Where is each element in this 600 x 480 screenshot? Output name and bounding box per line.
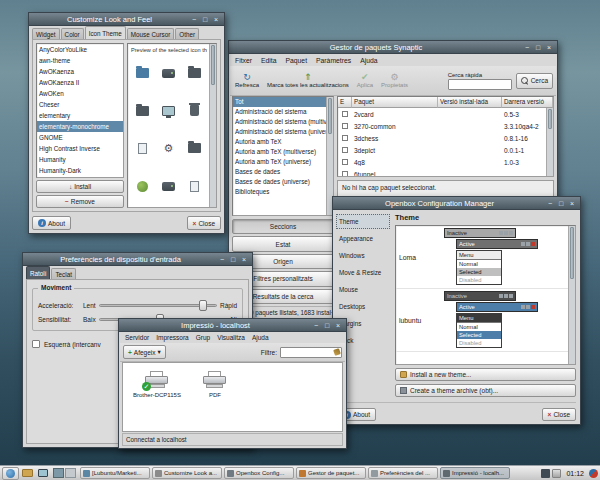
task-button[interactable]: Customize Look a... [152, 467, 222, 479]
printer-item[interactable]: ✓ Brother-DCP115S [133, 371, 181, 399]
minimize-button[interactable]: − [545, 198, 555, 208]
input-prefs-titlebar[interactable]: Preferències del dispositiu d'entrada − … [23, 253, 252, 266]
section-theme[interactable]: Theme [336, 214, 390, 229]
icon-theme-item[interactable]: awn-theme [37, 55, 123, 66]
scrollbar-thumb[interactable] [548, 109, 552, 129]
scrollbar-thumb[interactable] [570, 227, 574, 279]
icon-theme-item[interactable]: AnyColorYouLike [37, 44, 123, 55]
close-button[interactable]: × [567, 198, 577, 208]
category-item[interactable]: Administració del sistema [233, 107, 333, 117]
menu-ajuda[interactable]: Ajuda [360, 57, 377, 64]
file-manager-launcher[interactable] [21, 467, 34, 480]
quick-search-input[interactable] [448, 79, 512, 90]
package-row[interactable]: 6tunnel [338, 168, 553, 177]
column-e[interactable]: E [338, 97, 352, 108]
tray-keyboard-icon[interactable] [541, 469, 550, 478]
preview-scrollbar[interactable] [209, 44, 216, 207]
icon-theme-item[interactable]: AwOKaenza [37, 66, 123, 77]
icon-theme-item[interactable]: Cheser [37, 99, 123, 110]
package-table-scrollbar[interactable] [546, 108, 553, 176]
theme-row[interactable]: Loma Inactive Active Menu Normal [396, 226, 575, 289]
task-button[interactable]: [Lubuntu/Marketi... [80, 467, 150, 479]
category-item[interactable]: Autoria amb TeX (universe) [233, 157, 333, 167]
theme-list-scrollbar[interactable] [568, 226, 575, 364]
category-item[interactable]: Biblioteques [233, 187, 333, 197]
section-windows[interactable]: Windows [336, 248, 390, 263]
remove-theme-button[interactable]: − Remove [36, 195, 124, 208]
menu-ajuda[interactable]: Ajuda [252, 334, 269, 341]
icon-theme-item[interactable]: AwOKen [37, 88, 123, 99]
package-row[interactable]: 3depict 0.0.1-1 [338, 144, 553, 156]
minimize-button[interactable]: − [217, 254, 227, 264]
obconf-titlebar[interactable]: Openbox Configuration Manager − □ × [333, 197, 580, 210]
column-versio-installada[interactable]: Versió instal·lada [438, 97, 502, 108]
tab-color[interactable]: Color [61, 28, 84, 39]
icon-theme-item[interactable]: Humanity [37, 154, 123, 165]
task-button[interactable]: Preferències del ... [368, 467, 438, 479]
lxappearance-titlebar[interactable]: Customize Look and Feel − □ × [29, 13, 224, 26]
menu-servidor[interactable]: Servidor [125, 334, 149, 341]
tab-widget[interactable]: Widget [32, 28, 60, 39]
maximize-button[interactable]: □ [556, 198, 566, 208]
icon-theme-item[interactable]: elementary [37, 110, 123, 121]
search-button[interactable]: Cerca [516, 73, 553, 89]
maximize-button[interactable]: □ [200, 14, 210, 24]
category-item[interactable]: Administració del sistema (universe) [233, 127, 333, 137]
apply-button[interactable]: ✔ Aplica [355, 71, 375, 90]
package-checkbox[interactable] [342, 159, 348, 165]
maximize-button[interactable]: □ [228, 254, 238, 264]
section-move-resize[interactable]: Move & Resize [336, 265, 390, 280]
icon-theme-item[interactable]: GNOME [37, 132, 123, 143]
about-button[interactable]: i About [32, 216, 71, 230]
menu-parametres[interactable]: Paràmetres [316, 57, 351, 64]
task-button[interactable]: Openbox Config... [224, 467, 294, 479]
scrollbar-thumb[interactable] [211, 45, 215, 85]
menu-paquet[interactable]: Paquet [286, 57, 308, 64]
package-checkbox[interactable] [342, 123, 348, 129]
tab-mouse-cursor[interactable]: Mouse Cursor [127, 28, 175, 39]
acceleration-slider[interactable] [99, 299, 217, 311]
package-row[interactable]: 2vcard 0.5-3 [338, 108, 553, 120]
desktop-2[interactable] [65, 468, 76, 478]
category-item[interactable]: Tot [233, 97, 333, 107]
clock[interactable]: 01:12 [563, 470, 587, 477]
properties-button[interactable]: ⚙ Propietats [379, 71, 410, 90]
package-row[interactable]: 4g8 1.0-3 [338, 156, 553, 168]
category-item[interactable]: Bases de dades [233, 167, 333, 177]
package-checkbox[interactable] [342, 135, 348, 141]
close-window-button[interactable]: × Close [187, 216, 221, 230]
logout-icon[interactable] [589, 469, 598, 478]
close-button[interactable]: × [544, 42, 554, 52]
menu-visualitza[interactable]: Visualitza [217, 334, 245, 341]
icon-theme-item[interactable]: High Contrast Inverse [37, 143, 123, 154]
printing-titlebar[interactable]: Impressió - localhost − □ × [119, 319, 346, 332]
icon-theme-item-selected[interactable]: elementary-monochrome [37, 121, 123, 132]
menu-impressora[interactable]: Impressora [156, 334, 189, 341]
package-checkbox[interactable] [342, 111, 348, 117]
show-desktop-button[interactable] [36, 467, 49, 480]
column-darrera-versio[interactable]: Darrera versió [502, 97, 553, 108]
category-item[interactable]: Bases de dades (universe) [233, 177, 333, 187]
create-theme-archive-button[interactable]: Create a theme archive (obt)... [395, 384, 576, 397]
filter-seccions-button[interactable]: Seccions [232, 219, 334, 234]
tab-teclat[interactable]: Teclat [51, 268, 75, 279]
scrollbar-thumb[interactable] [328, 98, 332, 134]
maximize-button[interactable]: □ [533, 42, 543, 52]
icon-theme-item[interactable]: AwOKaenza II [37, 77, 123, 88]
icon-theme-item[interactable]: Humanity-Dark [37, 165, 123, 176]
maximize-button[interactable]: □ [322, 320, 332, 330]
slider-thumb[interactable] [199, 300, 207, 311]
section-appearance[interactable]: Appearance [336, 231, 390, 246]
close-window-button[interactable]: × Close [542, 408, 576, 421]
minimize-button[interactable]: − [189, 14, 199, 24]
task-button-active[interactable]: Impressió - localh... [440, 467, 510, 479]
install-theme-button[interactable]: ↓ Install [36, 180, 124, 193]
tab-icon-theme[interactable]: Icon Theme [85, 26, 126, 39]
category-item[interactable]: Autoria amb TeX [233, 137, 333, 147]
category-item[interactable]: Autoria amb TeX (multiverse) [233, 147, 333, 157]
theme-row[interactable]: lubuntu Inactive Active Menu Normal [396, 289, 575, 352]
minimize-button[interactable]: − [522, 42, 532, 52]
tab-other[interactable]: Other [175, 28, 199, 39]
refresh-button[interactable]: ↻ Refresca [233, 71, 261, 90]
menu-edita[interactable]: Edita [261, 57, 277, 64]
